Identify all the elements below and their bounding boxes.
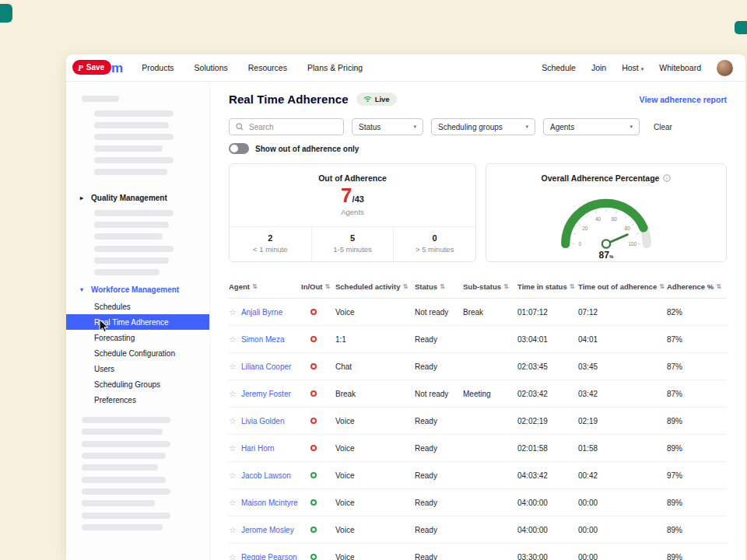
skeleton-bar bbox=[82, 524, 163, 530]
pinterest-save-button[interactable]: P Save bbox=[72, 60, 111, 75]
scheduled-activity-cell: Break bbox=[335, 390, 415, 398]
nav-item-plans-pricing[interactable]: Plans & Pricing bbox=[307, 63, 363, 72]
column-header-agent[interactable]: Agent⇅ bbox=[229, 282, 301, 291]
sidebar-section-quality-management[interactable]: ▸ Quality Management bbox=[66, 189, 209, 207]
status-cell: Not ready bbox=[415, 390, 463, 398]
out-of-adherence-dot bbox=[310, 309, 317, 315]
agent-link[interactable]: Jerome Mosley bbox=[241, 526, 294, 534]
agent-link[interactable]: Jeremy Foster bbox=[241, 390, 291, 398]
star-icon[interactable]: ☆ bbox=[229, 444, 237, 453]
ooa-stat-1-minute: 2< 1 minute bbox=[230, 227, 311, 261]
time-out-of-adherence-cell: 01:58 bbox=[578, 444, 667, 453]
show-out-of-adherence-toggle[interactable] bbox=[229, 143, 249, 154]
star-icon[interactable]: ☆ bbox=[229, 308, 237, 317]
user-avatar[interactable] bbox=[717, 60, 733, 76]
column-header-sub-status[interactable]: Sub-status⇅ bbox=[463, 282, 517, 291]
inout-cell bbox=[301, 335, 335, 344]
agent-link[interactable]: Hari Horn bbox=[241, 444, 275, 453]
page-title: Real Time Adherence bbox=[229, 93, 349, 106]
time-out-of-adherence-cell: 00:00 bbox=[578, 499, 667, 507]
toggle-knob bbox=[230, 145, 238, 152]
scheduled-activity-cell: Voice bbox=[335, 553, 415, 560]
star-icon[interactable]: ☆ bbox=[229, 526, 237, 534]
in-adherence-dot bbox=[310, 499, 317, 506]
agent-cell: ☆Jeremy Foster bbox=[229, 390, 301, 398]
agents-dropdown[interactable]: Agents ▾ bbox=[543, 118, 640, 135]
sidebar-section-workforce-management[interactable]: ▾ Workforce Management bbox=[66, 281, 209, 299]
agent-cell: ☆Hari Horn bbox=[229, 444, 301, 453]
toggle-row: Show out of adherence only bbox=[229, 143, 727, 154]
sidebar-item-scheduling-groups[interactable]: Scheduling Groups bbox=[66, 376, 209, 392]
table-row: ☆Jacob LawsonVoiceReady04:03:4200:4297% bbox=[229, 462, 727, 489]
view-adherence-report-link[interactable]: View adherence report bbox=[640, 95, 727, 104]
star-icon[interactable]: ☆ bbox=[229, 390, 237, 398]
star-icon[interactable]: ☆ bbox=[229, 335, 237, 344]
column-header-in-out[interactable]: In/Out⇅ bbox=[301, 282, 335, 291]
agent-link[interactable]: Reggie Pearson bbox=[241, 553, 297, 560]
sidebar-item-schedules[interactable]: Schedules bbox=[66, 299, 209, 314]
table-row: ☆Jeremy FosterBreakNot readyMeeting02:03… bbox=[229, 380, 727, 408]
agent-link[interactable]: Jacob Lawson bbox=[241, 471, 291, 480]
agent-link[interactable]: Simon Meza bbox=[241, 335, 285, 344]
skeleton-bar bbox=[82, 417, 170, 423]
top-navigation: P Save m ProductsSolutionsResourcesPlans… bbox=[66, 54, 745, 82]
star-icon[interactable]: ☆ bbox=[229, 417, 237, 425]
time-out-of-adherence-cell: 00:00 bbox=[578, 553, 667, 560]
skeleton-bar bbox=[94, 246, 174, 252]
status-dropdown[interactable]: Status ▾ bbox=[352, 118, 423, 135]
agent-link[interactable]: Liliana Cooper bbox=[241, 362, 292, 371]
star-icon[interactable]: ☆ bbox=[229, 499, 237, 507]
overall-adherence-card: Overall Adherence Percentage i 020406080… bbox=[486, 163, 727, 262]
status-cell: Ready bbox=[415, 526, 463, 534]
status-cell: Ready bbox=[415, 362, 463, 371]
nav-item-host[interactable]: Host▾ bbox=[622, 63, 644, 72]
adherence-cell: 82% bbox=[667, 308, 727, 317]
ooa-stat-value: 0 bbox=[394, 233, 475, 243]
adherence-cell: 87% bbox=[667, 335, 727, 344]
agent-link[interactable]: Maison Mcintyre bbox=[241, 499, 298, 507]
chevron-down-icon: ▾ bbox=[630, 124, 633, 130]
agent-link[interactable]: Anjali Byrne bbox=[241, 308, 282, 317]
column-header-adherence[interactable]: Adherence %⇅ bbox=[667, 282, 727, 291]
miro-logo[interactable]: m bbox=[111, 61, 123, 75]
nav-item-schedule[interactable]: Schedule bbox=[542, 63, 576, 72]
svg-text:0: 0 bbox=[579, 241, 582, 247]
agent-cell: ☆Livia Golden bbox=[229, 417, 301, 425]
sidebar-item-schedule-configuration[interactable]: Schedule Configuration bbox=[66, 345, 209, 361]
search-input[interactable] bbox=[247, 122, 337, 132]
nav-item-resources[interactable]: Resources bbox=[248, 63, 287, 72]
adherence-cell: 89% bbox=[667, 499, 727, 507]
scheduling-groups-dropdown[interactable]: Scheduling groups ▾ bbox=[431, 118, 535, 135]
star-icon[interactable]: ☆ bbox=[229, 471, 237, 480]
sidebar-item-users[interactable]: Users bbox=[66, 361, 209, 376]
column-label: Time in status bbox=[517, 282, 567, 291]
clear-filters-button[interactable]: Clear bbox=[654, 123, 672, 131]
ooa-stat-1-5-minutes: 51-5 minutes bbox=[311, 227, 394, 261]
nav-item-join[interactable]: Join bbox=[591, 63, 606, 72]
skeleton-bar bbox=[94, 145, 163, 152]
gauge-title-row: Overall Adherence Percentage i bbox=[486, 173, 726, 183]
sidebar-item-forecasting[interactable]: Forecasting bbox=[66, 330, 209, 345]
nav-item-products[interactable]: Products bbox=[142, 63, 174, 72]
nav-item-whiteboard[interactable]: Whiteboard bbox=[659, 63, 701, 72]
column-label: In/Out bbox=[301, 282, 322, 291]
column-header-status[interactable]: Status⇅ bbox=[415, 282, 463, 291]
agents-dropdown-label: Agents bbox=[550, 123, 574, 131]
skeleton-bar bbox=[94, 257, 169, 264]
inout-cell bbox=[301, 417, 335, 425]
nav-item-solutions[interactable]: Solutions bbox=[195, 63, 228, 72]
column-header-time-out-of-adherence[interactable]: Time out of adherence⇅ bbox=[578, 282, 667, 291]
sort-icon: ⇅ bbox=[252, 283, 258, 290]
sidebar-item-real-time-adherence[interactable]: Real Time Adherence bbox=[66, 314, 209, 330]
column-header-scheduled-activity[interactable]: Scheduled activity⇅ bbox=[335, 282, 415, 291]
info-icon[interactable]: i bbox=[663, 174, 671, 182]
star-icon[interactable]: ☆ bbox=[229, 362, 237, 371]
star-icon[interactable]: ☆ bbox=[229, 553, 237, 560]
column-header-time-in-status[interactable]: Time in status⇅ bbox=[517, 282, 578, 291]
inout-cell bbox=[301, 308, 335, 317]
scheduled-activity-cell: Voice bbox=[335, 417, 415, 425]
agent-link[interactable]: Livia Golden bbox=[241, 417, 285, 425]
sidebar-item-preferences[interactable]: Preferences bbox=[66, 392, 209, 408]
skeleton-bar bbox=[94, 110, 174, 117]
out-of-adherence-title: Out of Adherence bbox=[230, 173, 475, 183]
